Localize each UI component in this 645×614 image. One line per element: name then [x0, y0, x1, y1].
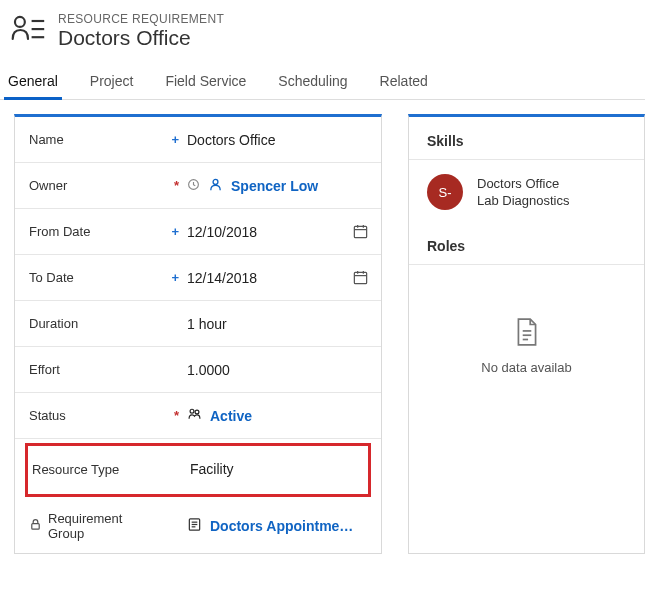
recent-icon: [187, 178, 200, 194]
person-icon: [208, 177, 223, 195]
svg-point-15: [195, 410, 199, 414]
svg-rect-6: [354, 226, 366, 237]
field-label: To Date: [29, 270, 74, 285]
field-label: Resource Type: [32, 462, 119, 477]
recommended-mark-icon: +: [167, 224, 179, 239]
field-requirement-group[interactable]: Requirement Group Doctors Appointme…: [15, 493, 381, 553]
tabs: General Project Field Service Scheduling…: [0, 59, 645, 100]
tab-project[interactable]: Project: [88, 67, 136, 99]
roles-section-title: Roles: [409, 228, 644, 264]
svg-point-0: [15, 17, 25, 27]
entity-icon: [10, 12, 46, 51]
field-value[interactable]: Facility: [190, 461, 234, 477]
resource-type-highlight: Resource Type Facility: [25, 443, 371, 497]
svg-point-5: [213, 179, 218, 184]
status-link[interactable]: Active: [210, 408, 252, 424]
field-value[interactable]: 1.0000: [187, 362, 230, 378]
field-label: Effort: [29, 362, 60, 377]
field-owner[interactable]: Owner * Spencer Low: [15, 163, 381, 209]
side-panel: Skills S- Doctors Office Lab Diagnostics…: [408, 114, 645, 554]
field-name[interactable]: Name + Doctors Office: [15, 117, 381, 163]
field-to-date[interactable]: To Date + 12/14/2018: [15, 255, 381, 301]
required-mark-icon: *: [167, 178, 179, 193]
tab-field-service[interactable]: Field Service: [163, 67, 248, 99]
field-value[interactable]: 12/10/2018: [187, 224, 257, 240]
tab-general[interactable]: General: [6, 67, 60, 99]
skills-section-title: Skills: [409, 117, 644, 159]
form-icon: [187, 517, 202, 535]
tab-scheduling[interactable]: Scheduling: [276, 67, 349, 99]
requirement-group-link[interactable]: Doctors Appointme…: [210, 518, 353, 534]
field-label: Duration: [29, 316, 78, 331]
required-mark-icon: *: [167, 408, 179, 423]
field-value[interactable]: Doctors Office: [187, 132, 275, 148]
svg-rect-16: [32, 524, 39, 530]
svg-rect-10: [354, 272, 366, 283]
breadcrumb: RESOURCE REQUIREMENT: [58, 12, 224, 26]
field-label: Status: [29, 408, 66, 423]
recommended-mark-icon: +: [167, 270, 179, 285]
document-icon: [514, 317, 540, 350]
field-label: Requirement Group: [48, 511, 161, 541]
calendar-icon[interactable]: [352, 223, 369, 240]
field-resource-type[interactable]: Resource Type Facility: [28, 446, 368, 492]
record-header: RESOURCE REQUIREMENT Doctors Office: [0, 0, 645, 59]
field-duration[interactable]: Duration 1 hour: [15, 301, 381, 347]
field-status[interactable]: Status * Active: [15, 393, 381, 439]
empty-text: No data availab: [481, 360, 571, 375]
tab-related[interactable]: Related: [378, 67, 430, 99]
field-label: Name: [29, 132, 64, 147]
skill-line-2: Lab Diagnostics: [477, 193, 570, 208]
avatar: S-: [427, 174, 463, 210]
skill-line-1: Doctors Office: [477, 176, 570, 191]
general-panel: Name + Doctors Office Owner * Spencer Lo…: [14, 114, 382, 554]
status-icon: [187, 407, 202, 425]
field-label: Owner: [29, 178, 67, 193]
field-from-date[interactable]: From Date + 12/10/2018: [15, 209, 381, 255]
lock-icon: [29, 518, 42, 534]
svg-point-14: [190, 409, 194, 413]
calendar-icon[interactable]: [352, 269, 369, 286]
field-label: From Date: [29, 224, 90, 239]
owner-link[interactable]: Spencer Low: [231, 178, 318, 194]
skill-item[interactable]: S- Doctors Office Lab Diagnostics: [409, 160, 644, 228]
field-effort[interactable]: Effort 1.0000: [15, 347, 381, 393]
page-title: Doctors Office: [58, 26, 224, 50]
field-value[interactable]: 1 hour: [187, 316, 227, 332]
roles-empty-state: No data availab: [409, 265, 644, 395]
recommended-mark-icon: +: [167, 132, 179, 147]
field-value[interactable]: 12/14/2018: [187, 270, 257, 286]
